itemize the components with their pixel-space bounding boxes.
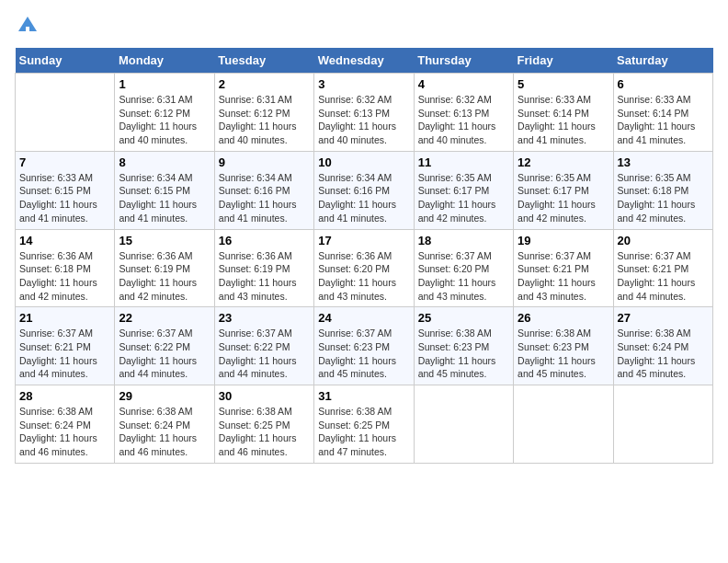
day-info: Sunrise: 6:33 AM Sunset: 6:14 PM Dayligh… [518, 93, 609, 147]
day-number: 2 [219, 77, 310, 91]
calendar-week-row: 7Sunrise: 6:33 AM Sunset: 6:15 PM Daylig… [16, 151, 713, 229]
calendar-cell: 19Sunrise: 6:37 AM Sunset: 6:21 PM Dayli… [514, 229, 613, 307]
calendar-cell: 26Sunrise: 6:38 AM Sunset: 6:23 PM Dayli… [514, 307, 613, 385]
calendar-cell: 29Sunrise: 6:38 AM Sunset: 6:24 PM Dayli… [115, 385, 214, 464]
day-info: Sunrise: 6:38 AM Sunset: 6:24 PM Dayligh… [19, 405, 110, 459]
day-number: 12 [518, 155, 609, 169]
day-info: Sunrise: 6:36 AM Sunset: 6:18 PM Dayligh… [19, 249, 110, 304]
day-info: Sunrise: 6:35 AM Sunset: 6:17 PM Dayligh… [518, 171, 609, 225]
calendar-week-row: 28Sunrise: 6:38 AM Sunset: 6:24 PM Dayli… [16, 385, 713, 464]
day-info: Sunrise: 6:32 AM Sunset: 6:13 PM Dayligh… [318, 93, 409, 147]
calendar-cell: 20Sunrise: 6:37 AM Sunset: 6:21 PM Dayli… [613, 229, 712, 307]
day-info: Sunrise: 6:33 AM Sunset: 6:15 PM Dayligh… [19, 171, 110, 225]
day-number: 29 [119, 389, 210, 403]
header-day: Friday [514, 48, 613, 74]
day-info: Sunrise: 6:31 AM Sunset: 6:12 PM Dayligh… [119, 93, 210, 147]
header-day: Sunday [16, 48, 115, 74]
calendar-cell: 17Sunrise: 6:36 AM Sunset: 6:20 PM Dayli… [314, 229, 414, 307]
calendar-cell: 16Sunrise: 6:36 AM Sunset: 6:19 PM Dayli… [214, 229, 313, 307]
day-info: Sunrise: 6:33 AM Sunset: 6:14 PM Dayligh… [618, 93, 709, 147]
day-info: Sunrise: 6:37 AM Sunset: 6:22 PM Dayligh… [219, 327, 310, 381]
day-info: Sunrise: 6:38 AM Sunset: 6:24 PM Dayligh… [618, 327, 709, 381]
calendar-cell: 30Sunrise: 6:38 AM Sunset: 6:25 PM Dayli… [214, 385, 313, 464]
day-info: Sunrise: 6:37 AM Sunset: 6:23 PM Dayligh… [318, 327, 409, 381]
day-info: Sunrise: 6:37 AM Sunset: 6:22 PM Dayligh… [119, 327, 210, 381]
logo [15, 15, 40, 37]
calendar-cell: 2Sunrise: 6:31 AM Sunset: 6:12 PM Daylig… [214, 74, 313, 152]
day-info: Sunrise: 6:36 AM Sunset: 6:19 PM Dayligh… [119, 249, 210, 304]
calendar-cell [613, 385, 712, 464]
day-number: 9 [219, 155, 310, 169]
calendar-cell: 24Sunrise: 6:37 AM Sunset: 6:23 PM Dayli… [314, 307, 414, 385]
day-number: 31 [318, 389, 409, 403]
calendar-cell: 22Sunrise: 6:37 AM Sunset: 6:22 PM Dayli… [115, 307, 214, 385]
day-number: 17 [318, 234, 409, 247]
header-day: Thursday [414, 48, 513, 74]
day-number: 6 [618, 77, 709, 91]
day-number: 22 [119, 311, 210, 325]
calendar-cell: 15Sunrise: 6:36 AM Sunset: 6:19 PM Dayli… [115, 229, 214, 307]
header-day: Monday [115, 48, 214, 74]
calendar-cell: 5Sunrise: 6:33 AM Sunset: 6:14 PM Daylig… [514, 74, 613, 152]
calendar-cell: 25Sunrise: 6:38 AM Sunset: 6:23 PM Dayli… [414, 307, 513, 385]
day-info: Sunrise: 6:37 AM Sunset: 6:21 PM Dayligh… [19, 327, 110, 381]
calendar-cell: 7Sunrise: 6:33 AM Sunset: 6:15 PM Daylig… [16, 151, 115, 229]
day-info: Sunrise: 6:38 AM Sunset: 6:25 PM Dayligh… [318, 405, 409, 459]
day-number: 4 [418, 77, 509, 91]
day-info: Sunrise: 6:34 AM Sunset: 6:15 PM Dayligh… [119, 171, 210, 225]
calendar-cell: 9Sunrise: 6:34 AM Sunset: 6:16 PM Daylig… [214, 151, 313, 229]
calendar-cell: 1Sunrise: 6:31 AM Sunset: 6:12 PM Daylig… [115, 74, 214, 152]
day-info: Sunrise: 6:35 AM Sunset: 6:18 PM Dayligh… [618, 171, 709, 225]
header-day: Wednesday [314, 48, 414, 74]
calendar-cell [414, 385, 513, 464]
day-number: 16 [219, 234, 310, 247]
calendar-cell: 21Sunrise: 6:37 AM Sunset: 6:21 PM Dayli… [16, 307, 115, 385]
calendar-week-row: 1Sunrise: 6:31 AM Sunset: 6:12 PM Daylig… [16, 74, 713, 152]
header-row: SundayMondayTuesdayWednesdayThursdayFrid… [16, 48, 713, 74]
day-number: 30 [219, 389, 310, 403]
day-number: 25 [418, 311, 509, 325]
day-number: 20 [618, 234, 709, 247]
day-number: 13 [618, 155, 709, 169]
day-number: 8 [119, 155, 210, 169]
calendar-cell: 18Sunrise: 6:37 AM Sunset: 6:20 PM Dayli… [414, 229, 513, 307]
header-day: Saturday [613, 48, 712, 74]
day-number: 23 [219, 311, 310, 325]
day-info: Sunrise: 6:34 AM Sunset: 6:16 PM Dayligh… [219, 171, 310, 225]
calendar-cell: 11Sunrise: 6:35 AM Sunset: 6:17 PM Dayli… [414, 151, 513, 229]
day-number: 15 [119, 234, 210, 247]
day-number: 26 [518, 311, 609, 325]
day-info: Sunrise: 6:38 AM Sunset: 6:24 PM Dayligh… [119, 405, 210, 459]
day-number: 24 [318, 311, 409, 325]
day-number: 14 [19, 234, 110, 247]
svg-rect-1 [26, 27, 29, 31]
day-info: Sunrise: 6:37 AM Sunset: 6:20 PM Dayligh… [418, 249, 509, 304]
header-day: Tuesday [214, 48, 313, 74]
day-number: 1 [119, 77, 210, 91]
day-info: Sunrise: 6:32 AM Sunset: 6:13 PM Dayligh… [418, 93, 509, 147]
day-number: 5 [518, 77, 609, 91]
day-info: Sunrise: 6:36 AM Sunset: 6:20 PM Dayligh… [318, 249, 409, 304]
calendar-cell: 6Sunrise: 6:33 AM Sunset: 6:14 PM Daylig… [613, 74, 712, 152]
calendar-table: SundayMondayTuesdayWednesdayThursdayFrid… [15, 48, 713, 464]
calendar-cell [16, 74, 115, 152]
day-info: Sunrise: 6:37 AM Sunset: 6:21 PM Dayligh… [518, 249, 609, 304]
day-number: 7 [19, 155, 110, 169]
day-number: 19 [518, 234, 609, 247]
calendar-cell: 8Sunrise: 6:34 AM Sunset: 6:15 PM Daylig… [115, 151, 214, 229]
calendar-cell: 10Sunrise: 6:34 AM Sunset: 6:16 PM Dayli… [314, 151, 414, 229]
day-number: 3 [318, 77, 409, 91]
calendar-cell: 14Sunrise: 6:36 AM Sunset: 6:18 PM Dayli… [16, 229, 115, 307]
day-number: 27 [618, 311, 709, 325]
calendar-cell: 28Sunrise: 6:38 AM Sunset: 6:24 PM Dayli… [16, 385, 115, 464]
day-info: Sunrise: 6:34 AM Sunset: 6:16 PM Dayligh… [318, 171, 409, 225]
day-info: Sunrise: 6:38 AM Sunset: 6:23 PM Dayligh… [518, 327, 609, 381]
day-number: 11 [418, 155, 509, 169]
day-number: 28 [19, 389, 110, 403]
calendar-cell: 13Sunrise: 6:35 AM Sunset: 6:18 PM Dayli… [613, 151, 712, 229]
day-info: Sunrise: 6:31 AM Sunset: 6:12 PM Dayligh… [219, 93, 310, 147]
calendar-cell: 27Sunrise: 6:38 AM Sunset: 6:24 PM Dayli… [613, 307, 712, 385]
day-info: Sunrise: 6:37 AM Sunset: 6:21 PM Dayligh… [618, 249, 709, 304]
calendar-cell: 4Sunrise: 6:32 AM Sunset: 6:13 PM Daylig… [414, 74, 513, 152]
day-info: Sunrise: 6:38 AM Sunset: 6:23 PM Dayligh… [418, 327, 509, 381]
